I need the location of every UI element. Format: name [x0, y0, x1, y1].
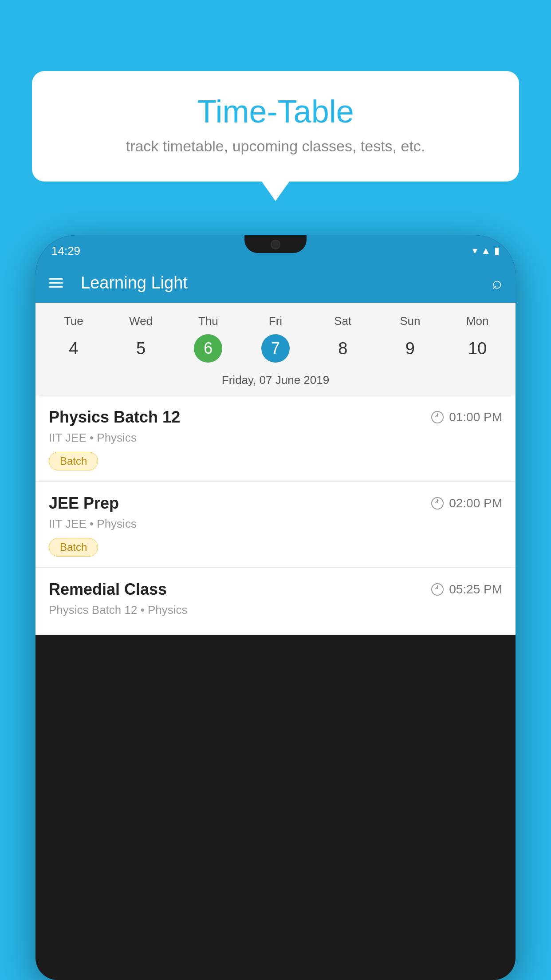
selected-date-label: Friday, 07 June 2019: [40, 369, 511, 395]
tooltip-title: Time-Table: [59, 93, 492, 130]
schedule-title-2: JEE Prep: [49, 494, 119, 513]
clock-icon-2: [431, 497, 444, 510]
day-5[interactable]: 5: [107, 334, 175, 363]
day-9[interactable]: 9: [377, 334, 444, 363]
search-button[interactable]: ⌕: [492, 273, 502, 292]
menu-button[interactable]: [49, 278, 63, 288]
tooltip-card: Time-Table track timetable, upcoming cla…: [32, 71, 519, 182]
schedule-subtitle-3: Physics Batch 12 • Physics: [49, 603, 502, 617]
day-header-sat: Sat: [309, 312, 377, 331]
batch-badge-1: Batch: [49, 452, 98, 470]
day-6-today[interactable]: 6: [194, 334, 222, 363]
schedule-time-3: 05:25 PM: [431, 582, 502, 597]
status-time: 14:29: [51, 244, 80, 258]
calendar-strip: Tue Wed Thu Fri Sat Sun Mon 4 5 6 7 8 9 …: [35, 303, 516, 395]
battery-icon: ▮: [494, 245, 500, 257]
wifi-icon: ▾: [472, 245, 477, 257]
day-header-thu: Thu: [174, 312, 242, 331]
schedule-item-top-1: Physics Batch 12 01:00 PM: [49, 408, 502, 427]
phone-frame: 14:29 ▾ ▲ ▮ Learning Light ⌕ Tue Wed Thu…: [35, 235, 516, 980]
time-text-3: 05:25 PM: [449, 582, 502, 597]
time-text-2: 02:00 PM: [449, 496, 502, 510]
schedule-title-1: Physics Batch 12: [49, 408, 180, 427]
schedule-subtitle-2: IIT JEE • Physics: [49, 517, 502, 531]
schedule-item-top-3: Remedial Class 05:25 PM: [49, 580, 502, 599]
day-8[interactable]: 8: [309, 334, 377, 363]
camera-dot: [271, 240, 280, 249]
day-header-fri: Fri: [242, 312, 309, 331]
schedule-item-top-2: JEE Prep 02:00 PM: [49, 494, 502, 513]
day-headers: Tue Wed Thu Fri Sat Sun Mon: [40, 312, 511, 334]
schedule-list: Physics Batch 12 01:00 PM IIT JEE • Phys…: [35, 395, 516, 635]
schedule-item-1[interactable]: Physics Batch 12 01:00 PM IIT JEE • Phys…: [35, 395, 516, 482]
time-text-1: 01:00 PM: [449, 410, 502, 424]
day-header-sun: Sun: [377, 312, 444, 331]
clock-icon-3: [431, 583, 444, 596]
schedule-time-1: 01:00 PM: [431, 410, 502, 424]
day-7-selected[interactable]: 7: [261, 334, 290, 363]
day-numbers: 4 5 6 7 8 9 10: [40, 334, 511, 369]
clock-icon-1: [431, 411, 444, 423]
phone-notch: [244, 235, 307, 253]
status-icons: ▾ ▲ ▮: [472, 245, 500, 257]
day-4[interactable]: 4: [40, 334, 107, 363]
app-toolbar: Learning Light ⌕: [35, 263, 516, 303]
day-header-tue: Tue: [40, 312, 107, 331]
day-header-mon: Mon: [444, 312, 511, 331]
schedule-item-3[interactable]: Remedial Class 05:25 PM Physics Batch 12…: [35, 568, 516, 635]
day-10[interactable]: 10: [444, 334, 511, 363]
signal-icon: ▲: [481, 245, 491, 257]
day-header-wed: Wed: [107, 312, 175, 331]
schedule-item-2[interactable]: JEE Prep 02:00 PM IIT JEE • Physics Batc…: [35, 482, 516, 568]
schedule-title-3: Remedial Class: [49, 580, 167, 599]
tooltip-subtitle: track timetable, upcoming classes, tests…: [59, 138, 492, 155]
schedule-subtitle-1: IIT JEE • Physics: [49, 431, 502, 445]
batch-badge-2: Batch: [49, 538, 98, 557]
schedule-time-2: 02:00 PM: [431, 496, 502, 510]
app-title: Learning Light: [76, 273, 479, 292]
